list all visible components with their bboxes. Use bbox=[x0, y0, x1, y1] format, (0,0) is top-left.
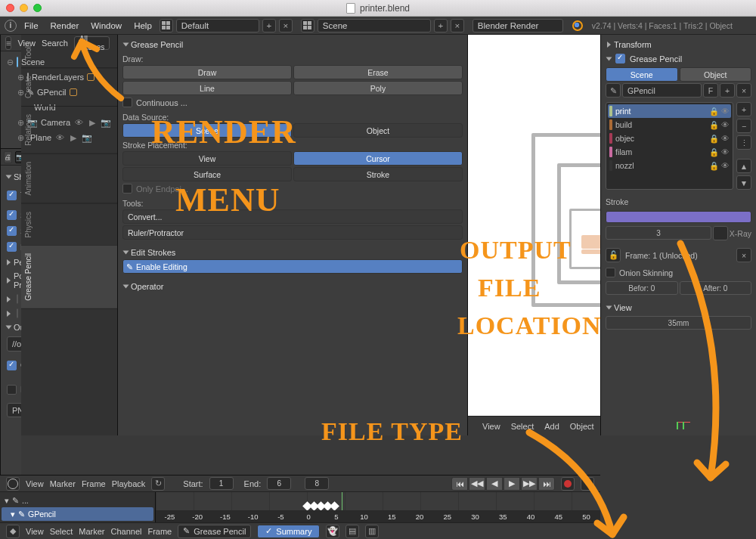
sp-cursor-button[interactable]: Cursor bbox=[293, 151, 463, 166]
play-reverse[interactable]: ◀ bbox=[486, 477, 503, 491]
menu-help[interactable]: Help bbox=[129, 20, 156, 32]
keyframe-prev[interactable]: ◀◀ bbox=[469, 477, 485, 491]
continuous-checkbox[interactable] bbox=[122, 98, 132, 107]
gp-datablock-icon[interactable]: ✎ bbox=[606, 83, 621, 98]
tree-camera[interactable]: ⊕ 📷 Camera 👁 ▶ 📷 bbox=[4, 115, 18, 130]
filter-icon-2[interactable]: ▥ bbox=[365, 525, 379, 538]
textures-checkbox[interactable] bbox=[7, 191, 17, 200]
vh-add[interactable]: Add bbox=[542, 422, 562, 431]
sp-view-button[interactable]: View bbox=[122, 151, 292, 166]
enable-editing-button[interactable]: ✎ Enable Editing bbox=[122, 259, 463, 274]
vtab-grease-pencil[interactable]: Grease Pencil bbox=[21, 246, 117, 309]
vtab-relations[interactable]: Relations bbox=[21, 107, 117, 154]
vtab-animation[interactable]: Animation bbox=[21, 154, 117, 203]
gp-layer-row[interactable]: filam 🔒👁 bbox=[608, 145, 731, 159]
convert-button[interactable]: Convert... bbox=[122, 209, 463, 224]
play[interactable]: ▶ bbox=[503, 477, 520, 491]
tree-plane[interactable]: ⊕ Plane 👁 ▶ 📷 bbox=[4, 130, 18, 145]
sec-freestyle[interactable]: Freestyle bbox=[7, 306, 15, 321]
vh-view[interactable]: View bbox=[480, 422, 503, 431]
gp-layer-list[interactable]: print 🔒👁 build 🔒👁 objec 🔒👁 filam 🔒👁 bbox=[606, 102, 733, 190]
gp-layer-move-down[interactable]: ▼ bbox=[736, 175, 751, 190]
de-root[interactable]: ▾✎... bbox=[2, 494, 153, 507]
vh-object[interactable]: Object bbox=[568, 422, 596, 431]
df-channel[interactable]: Channel bbox=[110, 527, 141, 536]
vtab-tools[interactable]: Tools bbox=[21, 35, 117, 68]
gp-unlink-button[interactable]: × bbox=[736, 83, 751, 98]
poly-button[interactable]: Poly bbox=[293, 81, 463, 95]
ds-scene-button[interactable]: Scene bbox=[122, 123, 292, 138]
gp-tab-object[interactable]: Object bbox=[680, 67, 752, 82]
before-field[interactable]: Befor: 0 bbox=[606, 281, 678, 295]
screen-layout-remove[interactable]: × bbox=[279, 19, 293, 33]
sp-surface-button[interactable]: Surface bbox=[122, 167, 292, 181]
gp-add-button[interactable]: + bbox=[720, 83, 735, 98]
freestyle-checkbox[interactable] bbox=[17, 308, 18, 318]
overwrite-checkbox[interactable] bbox=[7, 361, 17, 370]
frame-ruler[interactable]: -25-20 -15-10 -50 510 1520 2530 3540 455… bbox=[156, 510, 600, 522]
sss-checkbox[interactable] bbox=[7, 226, 17, 236]
tree-gpencil[interactable]: ⊕ ✎ GPencil bbox=[4, 85, 18, 100]
filter-icon-1[interactable]: ▤ bbox=[345, 525, 359, 538]
jump-start[interactable]: ⏮ bbox=[451, 477, 468, 491]
screen-layout-add[interactable]: + bbox=[262, 19, 276, 33]
summary-toggle[interactable]: ✓Summary bbox=[257, 525, 320, 538]
viewport-canvas[interactable] bbox=[468, 35, 600, 416]
ds-object-button[interactable]: Object bbox=[293, 123, 463, 138]
output-path-field[interactable]: //output/ bbox=[7, 336, 21, 352]
gp-layer-row[interactable]: nozzl 🔒👁 bbox=[608, 159, 731, 172]
dopesheet-channels[interactable]: ▾✎... ▾✎GPencil bbox=[0, 492, 156, 522]
after-field[interactable]: After: 0 bbox=[680, 281, 752, 295]
menu-render[interactable]: Render bbox=[46, 20, 84, 32]
autoplay-icon[interactable]: ↻ bbox=[151, 477, 165, 491]
gp-layer-remove[interactable]: − bbox=[736, 119, 751, 133]
gp-name-field[interactable]: GPencil bbox=[622, 83, 702, 98]
df-view[interactable]: View bbox=[26, 527, 44, 536]
start-frame[interactable]: 1 bbox=[209, 477, 234, 490]
screen-layout-name[interactable]: Default bbox=[176, 19, 259, 33]
lens-field[interactable]: 35mm bbox=[606, 316, 751, 330]
vtab-physics[interactable]: Physics bbox=[21, 204, 117, 246]
shadows-checkbox[interactable] bbox=[7, 210, 17, 220]
np-grease-pencil[interactable]: Grease Pencil bbox=[606, 51, 751, 66]
df-select[interactable]: Select bbox=[50, 527, 73, 536]
env-checkbox[interactable] bbox=[7, 242, 17, 252]
ghost-icon[interactable]: 👻 bbox=[326, 525, 339, 538]
sp-stroke-button[interactable]: Stroke bbox=[293, 167, 463, 181]
jump-end[interactable]: ⏭ bbox=[538, 477, 555, 491]
gp-fakeuser-button[interactable]: F bbox=[703, 83, 718, 98]
thickness-field[interactable]: 3 bbox=[606, 226, 711, 240]
onion-checkbox[interactable] bbox=[606, 268, 615, 277]
gp-enabled-checkbox[interactable] bbox=[615, 54, 625, 64]
gp-layer-row[interactable]: build 🔒👁 bbox=[608, 118, 731, 132]
tl-playback[interactable]: Playback bbox=[112, 479, 146, 488]
file-format-field[interactable]: PNG bbox=[7, 403, 21, 417]
autokey-button[interactable] bbox=[561, 477, 575, 491]
gp-layer-move-up[interactable]: ▲ bbox=[736, 159, 751, 173]
menu-file[interactable]: File bbox=[20, 20, 43, 32]
current-frame[interactable]: 8 bbox=[305, 477, 329, 490]
sec-shading[interactable]: Shading bbox=[7, 170, 15, 184]
timeline-editor-icon[interactable] bbox=[6, 477, 20, 491]
tab-render-active[interactable]: 📷 bbox=[15, 151, 21, 163]
placehold-checkbox[interactable] bbox=[7, 385, 17, 395]
de-gpencil[interactable]: ▾✎GPencil bbox=[2, 507, 153, 521]
stamp-checkbox[interactable] bbox=[17, 294, 18, 304]
scene-add[interactable]: + bbox=[434, 19, 448, 33]
screen-layout-browse[interactable] bbox=[160, 19, 173, 33]
eye-icon[interactable]: 👁 bbox=[721, 107, 730, 116]
tree-renderlayers[interactable]: ⊕ RenderLayers bbox=[4, 70, 18, 85]
draw-button[interactable]: Draw bbox=[122, 65, 292, 79]
dopesheet-mode[interactable]: ✎Grease Pencil bbox=[178, 525, 251, 538]
df-frame[interactable]: Frame bbox=[147, 527, 172, 536]
render-engine[interactable]: Blender Render bbox=[472, 19, 563, 33]
panel-operator[interactable]: Operator bbox=[122, 280, 463, 293]
menu-window[interactable]: Window bbox=[86, 20, 126, 32]
lock-icon[interactable]: 🔒 bbox=[709, 107, 719, 116]
line-button[interactable]: Line bbox=[122, 81, 292, 95]
ruler-button[interactable]: Ruler/Protractor bbox=[122, 225, 463, 240]
outliner-tree[interactable]: ⊖ Scene ⊕ RenderLayers ⊕ ✎ GPencil bbox=[1, 51, 21, 148]
keyframe-next[interactable]: ▶▶ bbox=[521, 477, 538, 491]
xray-toggle[interactable] bbox=[713, 226, 728, 240]
end-frame[interactable]: 6 bbox=[267, 477, 291, 490]
